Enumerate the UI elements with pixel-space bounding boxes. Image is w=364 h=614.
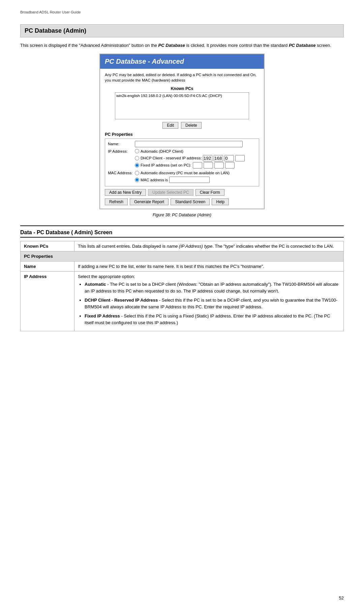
ip-seg2[interactable] <box>214 155 223 161</box>
name-label: Name: <box>108 141 135 147</box>
radio-mac-is-label: MAC address is <box>141 177 168 183</box>
radio-automatic[interactable] <box>135 149 139 153</box>
intro-text: This screen is displayed if the "Advance… <box>20 42 344 49</box>
list-item: Automatic - The PC is set to be a DHCP c… <box>85 281 340 294</box>
ip-address-label: IP Address: <box>108 148 135 154</box>
standard-screen-button[interactable]: Standard Screen <box>171 198 210 205</box>
radio-fixed[interactable] <box>135 163 139 167</box>
list-item: Fixed IP Address - Select this if the PC… <box>85 313 340 326</box>
refresh-button[interactable]: Refresh <box>105 198 128 205</box>
panel-title: PC Database - Advanced <box>100 54 264 69</box>
ip-address-cell-label: IP Address <box>21 272 74 331</box>
radio-dhcp-label: DHCP Client - reserved IP address: <box>141 155 202 161</box>
ip-address-cell-content: Select the appropriate option: Automatic… <box>74 272 344 331</box>
figure-caption: Figure 38: PC Database (Admin) <box>20 213 344 217</box>
page-header: Broadband ADSL Router User Guide <box>20 10 344 14</box>
ip-seg4[interactable] <box>235 155 245 161</box>
name-cell-content: If adding a new PC to the list, enter it… <box>74 262 344 272</box>
table-row: IP Address Select the appropriate option… <box>21 272 344 331</box>
fixed-ip-seg2[interactable] <box>204 162 213 168</box>
known-pcs-list[interactable]: win2k-english 192.168.0.2 (LAN) 00:05:5D… <box>115 92 249 119</box>
known-pcs-entry: win2k-english 192.168.0.2 (LAN) 00:05:5D… <box>116 94 248 98</box>
radio-auto-mac-label: Automatic discovery (PC must be availabl… <box>141 170 230 176</box>
radio-mac-is[interactable] <box>135 178 139 182</box>
edit-button[interactable]: Edit <box>162 122 178 129</box>
ip-seg1[interactable] <box>203 155 212 161</box>
pc-properties-label: PC Properties <box>105 132 259 137</box>
help-button[interactable]: Help <box>212 198 229 205</box>
delete-button[interactable]: Delete <box>181 122 202 129</box>
list-item: DCHP Client - Reserved IP Address - Sele… <box>85 297 340 310</box>
radio-fixed-label: Fixed IP address (set on PC): <box>141 162 191 168</box>
page-number: 52 <box>339 595 344 601</box>
radio-auto-mac[interactable] <box>135 171 139 175</box>
clear-form-button[interactable]: Clear Form <box>195 189 224 196</box>
known-pcs-label: Known PCs <box>105 86 259 91</box>
data-table: Known PCs This lists all current entries… <box>20 241 344 331</box>
fixed-ip-seg1[interactable] <box>193 162 202 168</box>
pc-database-panel: PC Database - Advanced Any PC may be add… <box>99 54 265 210</box>
section-title: PC Database (Admin) <box>20 24 344 37</box>
table-row: Name If adding a new PC to the list, ent… <box>21 262 344 272</box>
table-row: PC Properties <box>21 251 344 262</box>
name-cell-label: Name <box>21 262 74 272</box>
panel-description: Any PC may be added, edited or deleted. … <box>105 72 259 83</box>
mac-address-label: MAC Address: <box>108 170 135 176</box>
known-pcs-cell-label: Known PCs <box>21 241 74 251</box>
update-selected-button: Update Selected PC <box>148 189 193 196</box>
data-section-title: Data - PC Database ( Admin) Screen <box>20 229 344 238</box>
table-row: Known PCs This lists all current entries… <box>21 241 344 251</box>
known-pcs-cell-content: This lists all current entries. Data dis… <box>74 241 344 251</box>
name-input[interactable] <box>135 141 243 147</box>
radio-dhcp-reserved[interactable] <box>135 156 139 160</box>
mac-input[interactable] <box>169 177 210 183</box>
generate-report-button[interactable]: Generate Report <box>130 198 169 205</box>
fixed-ip-seg4[interactable] <box>225 162 235 168</box>
add-new-button[interactable]: Add as New Entry <box>105 189 146 196</box>
pc-properties-header: PC Properties <box>21 251 344 262</box>
radio-automatic-label: Automatic (DHCP Client) <box>141 148 183 154</box>
fixed-ip-seg3[interactable] <box>214 162 224 168</box>
ip-seg3[interactable] <box>224 155 234 161</box>
